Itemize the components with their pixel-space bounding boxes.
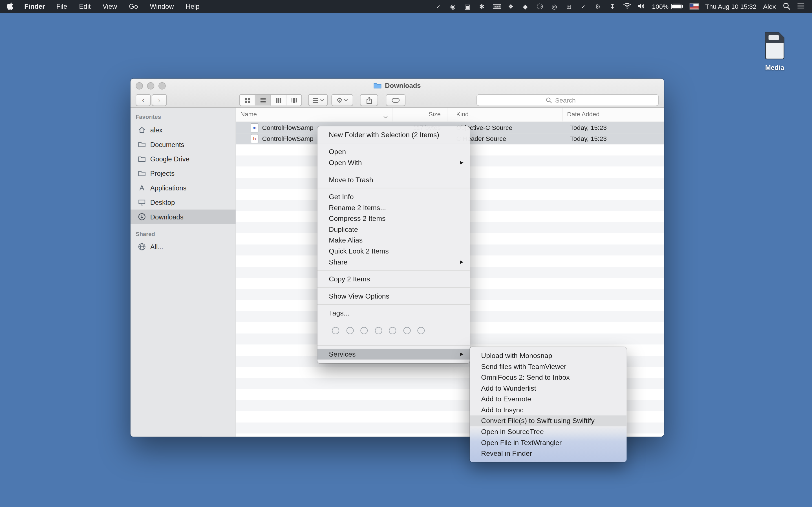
share-button[interactable]: [360, 94, 378, 106]
minimize-button[interactable]: [147, 82, 154, 90]
icon-view-button[interactable]: [240, 95, 255, 106]
tag-color-swatch[interactable]: [360, 327, 368, 334]
close-button[interactable]: [136, 82, 143, 90]
menubar-item-view[interactable]: View: [103, 3, 117, 10]
sidebar-item-alex[interactable]: alex: [131, 122, 236, 137]
action-menu-button[interactable]: ⚙: [332, 94, 353, 106]
status-icon-download[interactable]: ↧: [608, 3, 616, 10]
status-icon-gear[interactable]: ⚙: [594, 3, 602, 10]
apple-menu-icon[interactable]: [7, 2, 14, 10]
column-header-size[interactable]: Size: [393, 111, 441, 118]
context-menu-item-move-to-trash[interactable]: Move to Trash: [317, 174, 470, 185]
volume-icon[interactable]: [638, 3, 645, 10]
submenu-arrow-icon: ▶: [460, 349, 463, 360]
status-icon-diamond[interactable]: ❖: [507, 3, 515, 10]
menubar-item-go[interactable]: Go: [129, 3, 138, 10]
status-icon-grid[interactable]: ▣: [463, 3, 471, 10]
context-menu-item-new-folder-with-selection[interactable]: New Folder with Selection (2 Items): [317, 129, 470, 140]
gear-icon: ⚙: [336, 97, 342, 103]
tag-color-swatch[interactable]: [346, 327, 354, 334]
battery-indicator[interactable]: 100%: [652, 3, 683, 10]
services-item-add-to-insync[interactable]: Add to Insync: [470, 404, 627, 415]
status-icon-window[interactable]: ⊞: [565, 3, 573, 10]
services-item-add-to-wunderlist[interactable]: Add to Wunderlist: [470, 383, 627, 394]
status-icon-letter-d[interactable]: Ⓓ: [536, 3, 544, 10]
context-menu-item-rename-items[interactable]: Rename 2 Items...: [317, 202, 470, 213]
input-language-flag-icon[interactable]: [690, 4, 698, 9]
context-menu-item-services[interactable]: Services ▶: [317, 349, 470, 360]
context-menu-item-open[interactable]: Open: [317, 147, 470, 158]
list-view-button[interactable]: [255, 95, 271, 106]
search-input[interactable]: [554, 96, 589, 104]
menubar-item-file[interactable]: File: [56, 3, 67, 10]
services-item-upload-with-monosnap[interactable]: Upload with Monosnap: [470, 350, 627, 361]
zoom-button[interactable]: [158, 82, 166, 90]
sidebar-item-downloads[interactable]: Downloads: [131, 210, 236, 224]
sd-card-icon: [763, 31, 786, 60]
desktop-volume-media[interactable]: Media: [758, 31, 792, 71]
services-item-omnifocus-send-to-inbox[interactable]: OmniFocus 2: Send to Inbox: [470, 372, 627, 383]
status-icon-asterisk[interactable]: ✱: [478, 3, 486, 10]
sidebar-item-applications[interactable]: Applications: [131, 180, 236, 195]
services-item-open-in-sourcetree[interactable]: Open in SourceTree: [470, 426, 627, 437]
context-menu-item-get-info[interactable]: Get Info: [317, 191, 470, 203]
notification-center-icon[interactable]: [797, 3, 805, 10]
tag-color-swatch[interactable]: [417, 327, 424, 334]
status-icon-check[interactable]: ✓: [435, 3, 442, 10]
sidebar-item-google-drive[interactable]: Google Drive: [131, 152, 236, 166]
context-menu-item-copy-items[interactable]: Copy 2 Items: [317, 274, 470, 285]
status-icon-gem[interactable]: ◆: [522, 3, 529, 10]
context-menu-item-open-with[interactable]: Open With ▶: [317, 157, 470, 168]
context-menu-item-tags[interactable]: Tags...: [317, 308, 470, 319]
context-menu-item-show-view-options[interactable]: Show View Options: [317, 291, 470, 302]
tag-color-swatch[interactable]: [389, 327, 396, 334]
search-field[interactable]: [476, 94, 659, 106]
services-item-open-file-in-textwrangler[interactable]: Open File in TextWrangler: [470, 437, 627, 448]
tag-color-swatch[interactable]: [403, 327, 410, 334]
column-view-button[interactable]: [271, 95, 287, 106]
tag-color-row: [317, 319, 470, 342]
services-item-add-to-evernote[interactable]: Add to Evernote: [470, 394, 627, 405]
services-item-send-files-with-teamviewer[interactable]: Send files with TeamViewer: [470, 361, 627, 372]
spotlight-search-icon[interactable]: [782, 2, 790, 10]
sidebar-item-desktop[interactable]: Desktop: [131, 195, 236, 209]
folder-icon: [138, 169, 146, 177]
context-menu-item-duplicate[interactable]: Duplicate: [317, 224, 470, 235]
folder-icon: [138, 155, 146, 163]
context-menu-item-share[interactable]: Share ▶: [317, 257, 470, 268]
tag-color-swatch[interactable]: [332, 327, 339, 334]
context-menu-item-compress-items[interactable]: Compress 2 Items: [317, 213, 470, 224]
fast-user-switching-name[interactable]: Alex: [763, 3, 776, 10]
sidebar-item-documents[interactable]: Documents: [131, 137, 236, 152]
tag-icon: [392, 98, 400, 103]
menu-separator: [317, 185, 470, 191]
status-icon-check-2[interactable]: ✓: [579, 3, 587, 10]
services-item-convert-to-swift-using-swiftify[interactable]: Convert File(s) to Swift using Swiftify: [470, 415, 627, 427]
services-item-reveal-in-finder[interactable]: Reveal in Finder: [470, 448, 627, 459]
wifi-icon[interactable]: [623, 3, 631, 10]
menubar-item-window[interactable]: Window: [150, 3, 174, 10]
context-menu-item-make-alias[interactable]: Make Alias: [317, 235, 470, 246]
sidebar-item-projects[interactable]: Projects: [131, 166, 236, 180]
tag-color-swatch[interactable]: [375, 327, 382, 334]
status-icon-keyboard[interactable]: ⌨: [493, 3, 500, 10]
back-button[interactable]: ‹: [136, 94, 151, 106]
tags-button[interactable]: [386, 94, 405, 106]
menubar-item-help[interactable]: Help: [186, 3, 200, 10]
context-menu-item-quick-look-items[interactable]: Quick Look 2 Items: [317, 245, 470, 257]
title-bar[interactable]: Downloads: [131, 78, 664, 92]
menubar-item-edit[interactable]: Edit: [79, 3, 91, 10]
column-header-name[interactable]: Name: [240, 111, 257, 118]
menubar-clock[interactable]: Thu Aug 10 15:32: [705, 3, 756, 10]
forward-button[interactable]: ›: [152, 94, 167, 106]
group-by-button[interactable]: [308, 94, 328, 106]
cover-flow-view-button[interactable]: [287, 95, 301, 106]
menu-separator: [317, 140, 470, 147]
applications-icon: [138, 184, 146, 192]
menubar-app-name[interactable]: Finder: [24, 3, 45, 10]
column-header-kind[interactable]: Kind: [456, 111, 469, 118]
column-header-date-added[interactable]: Date Added: [567, 111, 599, 118]
sidebar-item-all[interactable]: All...: [131, 239, 236, 254]
status-icon-record[interactable]: ◉: [449, 3, 457, 10]
status-icon-target[interactable]: ◎: [550, 3, 558, 10]
